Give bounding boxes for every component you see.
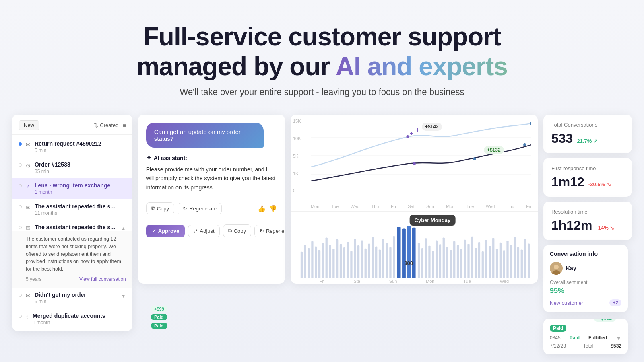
svg-rect-27 bbox=[361, 240, 363, 278]
svg-rect-24 bbox=[350, 251, 352, 278]
svg-rect-28 bbox=[364, 249, 366, 278]
conv-item-info: Return request #4590212 5 min bbox=[35, 140, 126, 153]
order-info-card: +$532 Paid 0345 Paid Fulfilled ▼ 7/12/23… bbox=[543, 319, 628, 354]
approve-label: Approve bbox=[158, 228, 180, 234]
x-label-fri2: Fri bbox=[526, 204, 531, 209]
resolution-time-value-row: 1h12m -14% ↘ bbox=[551, 218, 624, 233]
new-customer-row: New customer +2 bbox=[550, 299, 621, 306]
feedback-area: 👍 👎 bbox=[258, 205, 277, 212]
chart-panel: 15K 10K 5K 1K 0 bbox=[291, 115, 538, 284]
resolution-time-change: -14% ↘ bbox=[596, 225, 614, 231]
list-item[interactable]: ✉ Return request #4590212 5 min bbox=[12, 136, 132, 157]
view-full-link[interactable]: View full conversation bbox=[79, 276, 126, 282]
svg-rect-56 bbox=[471, 237, 473, 278]
hero-ai-text: AI and bbox=[336, 52, 419, 81]
total-conversations-card: Total Conversations 533 21.7% ↗ bbox=[543, 115, 632, 153]
x-label-tue: Tue bbox=[331, 204, 339, 209]
check-icon: ✓ bbox=[152, 228, 156, 234]
read-dot bbox=[19, 184, 22, 187]
sort-created-button[interactable]: ⇅ Created bbox=[94, 122, 118, 128]
regen2-label: Regenerate bbox=[266, 228, 285, 234]
x-label-wed2: Wed bbox=[486, 204, 495, 209]
total-conv-value: 533 bbox=[551, 131, 573, 146]
plus-icon-2: + bbox=[410, 130, 413, 137]
list-item[interactable]: ↕ Merged duplicate accounts 1 month bbox=[12, 309, 132, 329]
list-item[interactable]: ⊙ Order #12538 35 min bbox=[12, 157, 132, 178]
list-item[interactable]: ✉ The assistant repeated the s... ▲ bbox=[12, 220, 132, 231]
svg-rect-64 bbox=[500, 243, 502, 278]
conv-item-time: 1 month bbox=[35, 189, 126, 195]
list-item[interactable]: ✓ Lena - wrong item exchange 1 month bbox=[12, 178, 132, 199]
total-conv-change: 21.7% ↗ bbox=[577, 138, 597, 144]
paid-status-badge: Paid bbox=[550, 325, 566, 332]
x-label-fri: Fri bbox=[391, 204, 396, 209]
svg-rect-10 bbox=[301, 252, 303, 278]
svg-rect-46 bbox=[436, 240, 438, 278]
panel-header: New ⇅ Created ≡ bbox=[12, 115, 132, 135]
conv-item-info: Order #12538 35 min bbox=[35, 161, 126, 174]
regenerate-button[interactable]: ↻ Regenerate bbox=[178, 203, 222, 214]
new-customer-link[interactable]: New customer bbox=[550, 300, 583, 306]
conv-expanded-text: The customer contacted us regarding 12 i… bbox=[26, 235, 126, 273]
adjust-button[interactable]: ⇄ Adjust bbox=[188, 225, 219, 237]
svg-rect-69 bbox=[517, 247, 519, 278]
svg-rect-61 bbox=[489, 246, 491, 278]
conv-item-title: Lena - wrong item exchange bbox=[35, 182, 126, 189]
svg-rect-35 bbox=[389, 247, 391, 278]
svg-rect-63 bbox=[496, 249, 498, 278]
list-item[interactable]: ✉ Didn't get my order 5 min ▼ bbox=[12, 288, 132, 309]
svg-rect-49 bbox=[446, 247, 448, 278]
approve-button[interactable]: ✓ Approve bbox=[146, 225, 185, 237]
svg-rect-53 bbox=[460, 249, 462, 278]
svg-rect-32 bbox=[379, 249, 381, 278]
order-amount-badge: +$532 bbox=[594, 319, 616, 322]
svg-rect-31 bbox=[375, 246, 377, 278]
bar-chart-value: 300 bbox=[404, 260, 413, 266]
svg-rect-52 bbox=[457, 245, 459, 278]
svg-rect-54 bbox=[464, 240, 466, 278]
package-icon: ⊙ bbox=[26, 162, 31, 169]
order-total-label: Total bbox=[583, 343, 593, 349]
svg-rect-15 bbox=[318, 250, 320, 278]
svg-rect-36 bbox=[393, 236, 395, 278]
bar-x-wed: Wed bbox=[500, 279, 509, 284]
collapse-icon[interactable]: ▲ bbox=[121, 226, 126, 231]
svg-rect-29 bbox=[368, 243, 370, 278]
order-row-1: 0345 Paid Fulfilled ▼ bbox=[550, 335, 621, 341]
read-dot bbox=[19, 226, 22, 229]
page-wrapper: Full-service customer support managed by… bbox=[0, 0, 644, 362]
expand-icon[interactable]: ▼ bbox=[121, 293, 126, 299]
avatar bbox=[550, 262, 563, 275]
first-response-value-row: 1m12 -30.5% ↘ bbox=[551, 175, 624, 189]
total-conv-label: Total Conversations bbox=[551, 122, 624, 128]
dropdown-icon[interactable]: ▼ bbox=[616, 335, 621, 341]
svg-rect-44 bbox=[428, 246, 430, 278]
conversations-panel: New ⇅ Created ≡ ✉ Return request #459021… bbox=[12, 115, 132, 331]
filter-icon[interactable]: ≡ bbox=[123, 122, 126, 129]
svg-point-6 bbox=[413, 162, 416, 165]
x-label-thu: Thu bbox=[372, 204, 379, 209]
list-item[interactable]: ✉ The assistant repeated the s... 11 mon… bbox=[12, 199, 132, 220]
annotation-label-2: +$132 bbox=[484, 146, 504, 154]
regenerate-button-2[interactable]: ↻ Regenerate bbox=[254, 225, 285, 237]
svg-rect-47 bbox=[439, 244, 441, 278]
svg-rect-18 bbox=[329, 245, 331, 278]
svg-rect-14 bbox=[315, 246, 317, 278]
merge-icon: ↕ bbox=[26, 313, 29, 320]
svg-rect-48 bbox=[443, 237, 445, 278]
thumbs-up-icon[interactable]: 👍 bbox=[258, 205, 266, 212]
svg-rect-45 bbox=[432, 251, 434, 278]
copy-icon: ⧉ bbox=[151, 205, 155, 212]
svg-rect-41 bbox=[418, 243, 420, 278]
chat-action-bar: ⧉ Copy ↻ Regenerate 👍 👎 bbox=[138, 198, 285, 220]
email-icon: ✉ bbox=[26, 141, 31, 148]
copy-button[interactable]: ⧉ Copy bbox=[146, 202, 174, 214]
conv-item-title: The assistant repeated the s... bbox=[35, 203, 126, 210]
svg-rect-57 bbox=[475, 248, 477, 278]
conv-item-info: The assistant repeated the s... 11 month… bbox=[35, 203, 126, 216]
y-axis-labels: 15K 10K 5K 1K 0 bbox=[293, 119, 301, 193]
copy-button-2[interactable]: ⧉ Copy bbox=[223, 224, 251, 237]
thumbs-down-icon[interactable]: 👎 bbox=[269, 205, 277, 212]
ai-response-text: Please provide me with your order number… bbox=[146, 165, 277, 192]
order-paid-status: Paid bbox=[570, 335, 580, 341]
